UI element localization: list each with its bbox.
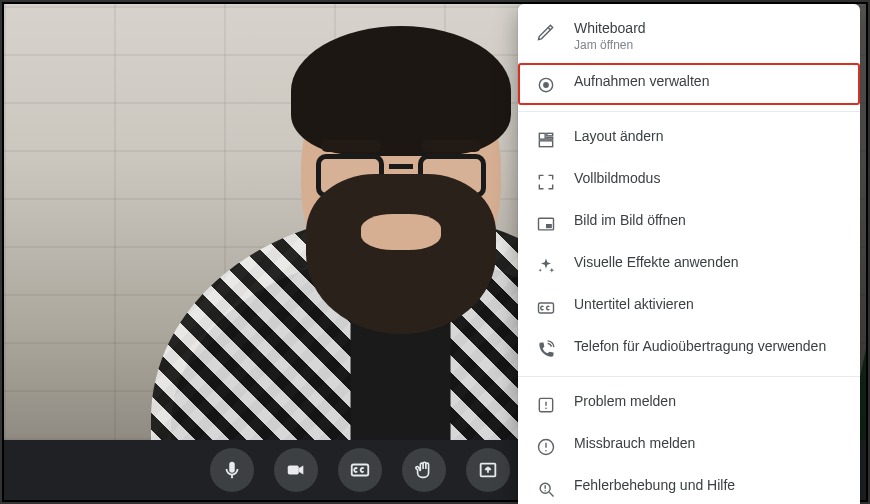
menu-item-whiteboard[interactable]: Whiteboard Jam öffnen (518, 10, 860, 63)
menu-item-fullscreen[interactable]: Vollbildmodus (518, 160, 860, 202)
menu-item-sublabel: Jam öffnen (574, 38, 646, 53)
menu-item-troubleshoot[interactable]: Fehlerbehebung und Hilfe (518, 467, 860, 505)
menu-item-report-abuse[interactable]: Missbrauch melden (518, 425, 860, 467)
app-frame: Whiteboard Jam öffnen Aufnahmen verwalte… (0, 0, 870, 504)
svg-rect-5 (539, 140, 552, 146)
svg-rect-4 (547, 137, 553, 139)
menu-item-label: Problem melden (574, 393, 676, 411)
menu-separator (518, 376, 860, 377)
layout-icon (536, 130, 556, 150)
raise-hand-button[interactable] (402, 448, 446, 492)
menu-item-pip[interactable]: Bild im Bild öffnen (518, 202, 860, 244)
pip-icon (536, 214, 556, 234)
menu-item-phone-audio[interactable]: Telefon für Audioübertragung verwenden (518, 328, 860, 370)
menu-item-visual-effects[interactable]: Visuelle Effekte anwenden (518, 244, 860, 286)
troubleshoot-icon (536, 479, 556, 499)
fullscreen-icon (536, 172, 556, 192)
menu-item-label: Whiteboard (574, 20, 646, 38)
svg-line-16 (549, 492, 553, 496)
menu-item-change-layout[interactable]: Layout ändern (518, 118, 860, 160)
menu-item-report-problem[interactable]: Problem melden (518, 383, 860, 425)
captions-icon (536, 298, 556, 318)
present-button[interactable] (466, 448, 510, 492)
camera-button[interactable] (274, 448, 318, 492)
more-options-menu: Whiteboard Jam öffnen Aufnahmen verwalte… (518, 4, 860, 504)
menu-separator (518, 111, 860, 112)
menu-item-label: Missbrauch melden (574, 435, 695, 453)
svg-rect-18 (288, 465, 299, 474)
svg-rect-3 (547, 133, 553, 136)
menu-item-label: Visuelle Effekte anwenden (574, 254, 739, 272)
menu-item-label: Fehlerbehebung und Hilfe (574, 477, 735, 495)
record-icon (536, 75, 556, 95)
menu-item-label: Aufnahmen verwalten (574, 73, 709, 91)
captions-button[interactable] (338, 448, 382, 492)
menu-item-manage-recordings[interactable]: Aufnahmen verwalten (518, 63, 860, 105)
menu-item-captions[interactable]: Untertitel aktivieren (518, 286, 860, 328)
svg-rect-2 (539, 133, 545, 139)
sparkle-icon (536, 256, 556, 276)
svg-point-14 (545, 449, 547, 451)
pencil-icon (536, 22, 556, 42)
report-problem-icon (536, 395, 556, 415)
menu-item-label: Vollbildmodus (574, 170, 660, 188)
mic-button[interactable] (210, 448, 254, 492)
svg-rect-7 (546, 224, 552, 228)
menu-item-label: Untertitel aktivieren (574, 296, 694, 314)
phone-audio-icon (536, 340, 556, 360)
menu-item-label: Layout ändern (574, 128, 664, 146)
svg-point-11 (545, 407, 547, 409)
menu-item-label: Bild im Bild öffnen (574, 212, 686, 230)
menu-item-label: Telefon für Audioübertragung verwenden (574, 338, 826, 356)
report-abuse-icon (536, 437, 556, 457)
svg-point-1 (543, 82, 549, 88)
